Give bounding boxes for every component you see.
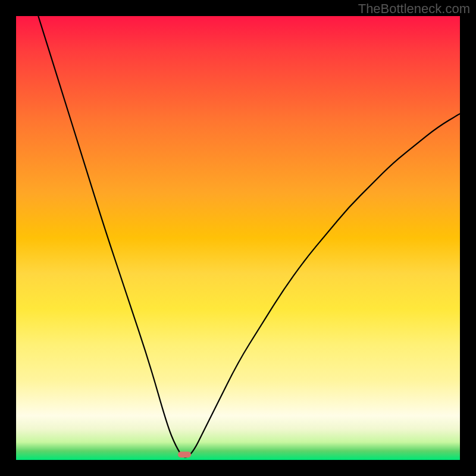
optimal-point-marker <box>178 452 191 458</box>
watermark-text: TheBottleneck.com <box>358 1 470 17</box>
chart-plot-area <box>16 16 460 460</box>
bottleneck-curve <box>16 16 460 460</box>
